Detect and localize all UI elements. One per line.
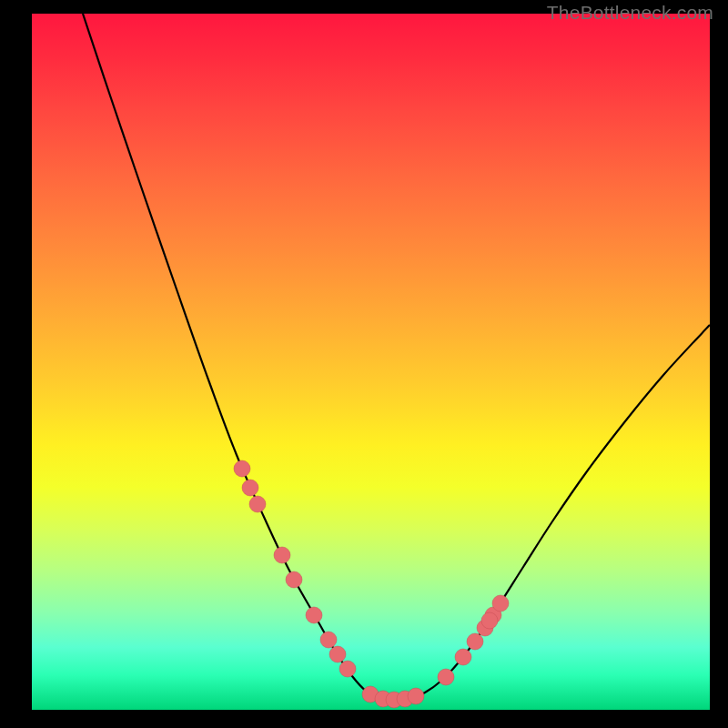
data-point — [234, 460, 250, 477]
data-point — [467, 633, 483, 650]
curve-markers — [234, 460, 509, 708]
data-point — [438, 669, 454, 685]
data-point — [408, 688, 424, 704]
data-point — [481, 612, 498, 629]
data-point — [286, 571, 302, 588]
plot-area — [32, 14, 710, 710]
watermark-text: TheBottleneck.com — [547, 2, 713, 24]
data-point — [249, 496, 266, 512]
data-point — [242, 480, 258, 496]
data-point — [492, 595, 509, 612]
data-point — [339, 661, 356, 677]
data-point — [274, 547, 290, 563]
data-point — [306, 607, 322, 623]
data-point — [329, 646, 346, 662]
data-point — [455, 649, 471, 665]
chart-frame: TheBottleneck.com — [0, 0, 728, 728]
curve-left — [83, 14, 396, 700]
bottleneck-curve — [32, 14, 710, 710]
data-point — [320, 632, 337, 648]
curve-right — [396, 325, 710, 700]
